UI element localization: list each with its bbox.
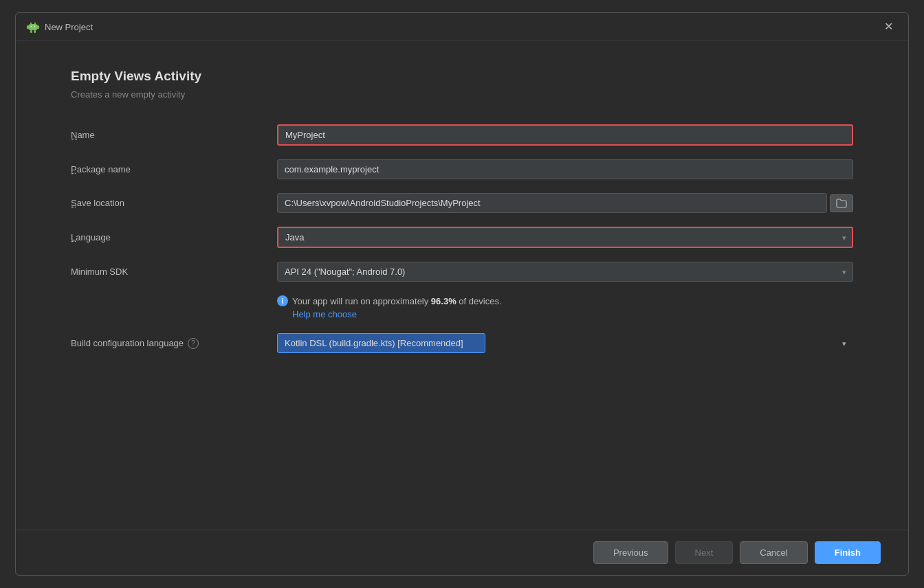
android-icon xyxy=(27,21,39,33)
minimum-sdk-row: Minimum SDK API 21 ("Lollipop"; Android … xyxy=(71,262,853,282)
save-location-input[interactable] xyxy=(277,193,827,213)
language-row: Language Java Kotlin ▾ xyxy=(71,227,853,248)
section-subtitle: Creates a new empty activity xyxy=(71,89,853,100)
svg-rect-5 xyxy=(30,30,32,33)
next-button[interactable]: Next xyxy=(675,541,734,564)
svg-rect-2 xyxy=(28,24,38,30)
save-location-field xyxy=(277,193,853,213)
info-text-suffix: of devices. xyxy=(456,296,502,306)
save-location-row: Save location xyxy=(71,193,853,213)
svg-rect-3 xyxy=(27,25,29,29)
info-percentage: 96.3% xyxy=(431,296,456,306)
name-label: Name xyxy=(71,130,277,140)
name-input[interactable] xyxy=(277,124,853,146)
info-icon: i xyxy=(277,295,288,306)
finish-button[interactable]: Finish xyxy=(815,541,881,564)
section-title: Empty Views Activity xyxy=(71,69,853,84)
info-line: i Your app will run on approximately 96.… xyxy=(277,295,853,306)
package-row: Package name xyxy=(71,159,853,179)
info-text: Your app will run on approximately 96.3%… xyxy=(292,296,502,306)
build-config-chevron-icon: ▾ xyxy=(842,339,846,348)
close-button[interactable]: ✕ xyxy=(880,20,897,34)
svg-rect-4 xyxy=(38,25,40,29)
minimum-sdk-select-wrapper: API 21 ("Lollipop"; Android 5.0) API 24 … xyxy=(277,262,853,282)
save-location-label: Save location xyxy=(71,198,277,208)
name-field xyxy=(277,124,853,146)
browse-folder-button[interactable] xyxy=(830,194,853,212)
language-field: Java Kotlin ▾ xyxy=(277,227,853,248)
package-field xyxy=(277,159,853,179)
new-project-dialog: New Project ✕ Empty Views Activity Creat… xyxy=(15,12,909,576)
language-label: Language xyxy=(71,232,277,242)
language-select[interactable]: Java Kotlin xyxy=(277,227,853,248)
package-label: Package name xyxy=(71,164,277,174)
save-location-wrapper xyxy=(277,193,853,213)
title-bar: New Project ✕ xyxy=(16,13,908,41)
question-mark-icon[interactable]: ? xyxy=(188,338,199,349)
dialog-footer: Previous Next Cancel Finish xyxy=(16,530,908,575)
build-config-label: Build configuration language ? xyxy=(71,338,277,349)
language-select-wrapper: Java Kotlin ▾ xyxy=(277,227,853,248)
cancel-button[interactable]: Cancel xyxy=(740,541,807,564)
minimum-sdk-label: Minimum SDK xyxy=(71,267,277,277)
build-config-label-text: Build configuration language xyxy=(71,338,184,348)
form-content: Empty Views Activity Creates a new empty… xyxy=(16,41,908,530)
help-me-choose-link[interactable]: Help me choose xyxy=(292,309,853,319)
build-config-row: Build configuration language ? Kotlin DS… xyxy=(71,333,853,353)
package-input[interactable] xyxy=(277,159,853,179)
minimum-sdk-select[interactable]: API 21 ("Lollipop"; Android 5.0) API 24 … xyxy=(277,262,853,282)
name-row: Name xyxy=(71,124,853,146)
previous-button[interactable]: Previous xyxy=(593,541,668,564)
dialog-title: New Project xyxy=(45,22,93,32)
svg-point-8 xyxy=(34,26,36,27)
build-config-select[interactable]: Kotlin DSL (build.gradle.kts) [Recommend… xyxy=(277,333,485,353)
svg-rect-6 xyxy=(34,30,36,33)
info-row: i Your app will run on approximately 96.… xyxy=(277,295,853,319)
svg-point-7 xyxy=(31,26,32,27)
minimum-sdk-field: API 21 ("Lollipop"; Android 5.0) API 24 … xyxy=(277,262,853,282)
build-config-select-wrapper: Kotlin DSL (build.gradle.kts) [Recommend… xyxy=(277,333,853,353)
